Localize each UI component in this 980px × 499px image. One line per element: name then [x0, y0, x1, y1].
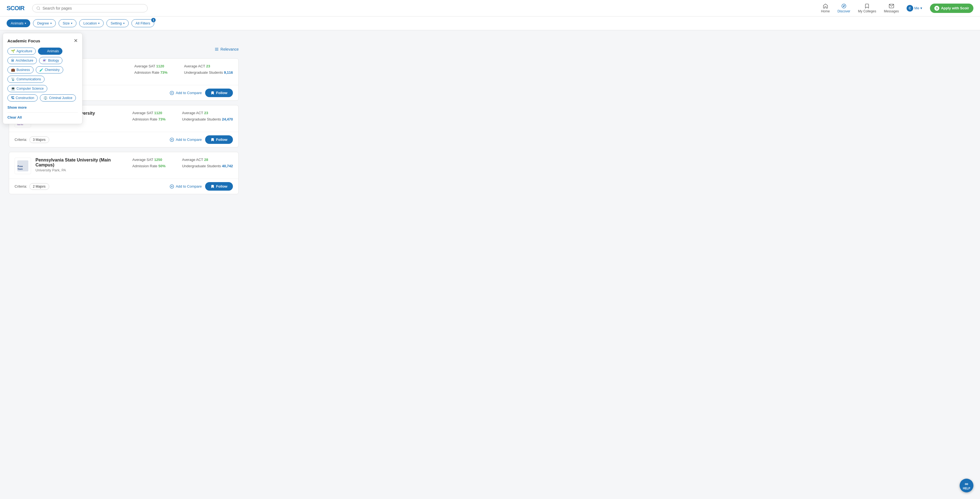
nav-messages-label: Messages [884, 10, 899, 13]
undergrad-wsu: Undergraduate Students 24,470 [182, 117, 233, 121]
tag-animals[interactable]: 🐾 Animals [38, 48, 62, 55]
biology-icon: ⚗️ [43, 59, 47, 62]
dropdown-header: Academic Focus ✕ [8, 38, 78, 44]
nav-me[interactable]: C Me ▾ [907, 5, 922, 11]
dropdown-close-button[interactable]: ✕ [74, 38, 78, 44]
follow-idaho-button[interactable]: Follow [205, 89, 233, 97]
me-avatar: C [907, 5, 913, 11]
header: SCOIR Home Discover My Colleges Messages… [0, 0, 980, 16]
tag-construction-label: Construction [16, 96, 34, 100]
all-filters-label: All Filters [135, 21, 150, 25]
nav-my-colleges[interactable]: My Colleges [858, 3, 876, 13]
business-icon: 💼 [11, 68, 15, 72]
nav-home[interactable]: Home [821, 3, 830, 13]
avg-sat-psu: Average SAT 1250 [132, 158, 165, 162]
nav-discover[interactable]: Discover [838, 3, 851, 13]
tags-grid: 🌱 Agriculture 🐾 Animals 🏛 Architecture ⚗… [8, 48, 78, 102]
svg-text:State: State [18, 167, 23, 170]
college-info-psu: Pennsylvania State University (Main Camp… [35, 158, 128, 172]
show-more-button[interactable]: Show more [8, 105, 78, 110]
criteria-section-wsu: Criteria: 3 Majors [14, 136, 49, 143]
tag-communications-label: Communications [16, 77, 41, 81]
computer-science-icon: 💻 [11, 87, 15, 91]
avg-act-psu: Average ACT 28 [182, 158, 233, 162]
stat-group-left-psu: Average SAT 1250 Admission Rate 50% [132, 158, 165, 168]
location-chevron-icon: ▾ [98, 22, 100, 25]
tag-criminal-justice[interactable]: ⚖️ Criminal Justice [40, 94, 76, 102]
follow-psu-button[interactable]: Follow [205, 182, 233, 191]
main-nav: Home Discover My Colleges Messages C Me … [821, 3, 974, 13]
apply-button[interactable]: S Apply with Scoir [930, 3, 974, 13]
add-compare-psu-label: Add to Compare [176, 184, 202, 188]
criteria-tag-wsu[interactable]: 3 Majors [29, 136, 49, 143]
all-filters-badge: 1 [151, 18, 156, 22]
apply-label: Apply with Scoir [941, 6, 969, 10]
tag-architecture[interactable]: 🏛 Architecture [8, 57, 37, 64]
location-filter-button[interactable]: Location ▾ [79, 19, 103, 27]
search-bar[interactable] [32, 4, 148, 13]
tag-computer-science[interactable]: 💻 Computer Science [8, 85, 47, 92]
card-actions-idaho: Add to Compare Follow [170, 89, 233, 97]
filter-bar: Animals ▾ Degree ▾ Size ▾ Location ▾ Set… [0, 16, 980, 30]
tag-biology[interactable]: ⚗️ Biology [39, 57, 62, 64]
tag-architecture-label: Architecture [16, 59, 33, 62]
animals-chevron-icon: ▾ [25, 22, 26, 25]
criteria-tag-psu[interactable]: 2 Majors [29, 183, 49, 190]
penn-state-logo: Penn State [14, 158, 31, 174]
card-top-psu: Penn State Pennsylvania State University… [9, 152, 239, 179]
stat-group-right-idaho: Average ACT 23 Undergraduate Students 9,… [184, 64, 233, 75]
college-stats-wsu: Average SAT 1120 Admission Rate 73% Aver… [132, 111, 233, 121]
stat-group-right-wsu: Average ACT 23 Undergraduate Students 24… [182, 111, 233, 121]
college-stats-psu: Average SAT 1250 Admission Rate 50% Aver… [132, 158, 233, 168]
animals-filter-label: Animals [11, 21, 23, 25]
college-stats-idaho: Average SAT 1120 Admission Rate 73% Aver… [134, 64, 233, 75]
tag-business-label: Business [16, 68, 30, 72]
location-filter-label: Location [83, 21, 97, 25]
relevance-sort-button[interactable]: Relevance [215, 47, 239, 51]
avg-sat-wsu: Average SAT 1120 [132, 111, 165, 115]
tag-agriculture[interactable]: 🌱 Agriculture [8, 48, 36, 55]
criteria-label-psu: Criteria: [14, 184, 27, 188]
size-filter-label: Size [63, 21, 70, 25]
nav-home-label: Home [821, 10, 830, 13]
college-location-psu: University Park, PA [35, 168, 128, 172]
all-filters-button[interactable]: All Filters 1 [131, 19, 154, 27]
tag-chemistry-label: Chemistry [45, 68, 60, 72]
add-compare-psu-button[interactable]: Add to Compare [170, 184, 202, 189]
stat-group-left-idaho: Average SAT 1120 Admission Rate 73% [134, 64, 167, 75]
size-filter-button[interactable]: Size ▾ [59, 19, 76, 27]
undergrad-idaho: Undergraduate Students 9,116 [184, 70, 233, 75]
admission-rate-idaho: Admission Rate 73% [134, 70, 167, 75]
search-input[interactable] [43, 6, 143, 10]
tag-computer-science-label: Computer Science [16, 87, 44, 91]
tag-construction[interactable]: 🏗 Construction [8, 94, 38, 102]
animals-filter-button[interactable]: Animals ▾ [6, 19, 30, 27]
svg-line-1 [39, 9, 40, 10]
add-compare-idaho-button[interactable]: Add to Compare [170, 91, 202, 95]
setting-chevron-icon: ▾ [123, 22, 124, 25]
me-label: Me [914, 6, 919, 10]
tag-chemistry[interactable]: 🧪 Chemistry [36, 66, 63, 73]
tag-biology-label: Biology [48, 59, 59, 62]
add-compare-wsu-label: Add to Compare [176, 137, 202, 142]
setting-filter-button[interactable]: Setting ▾ [107, 19, 129, 27]
card-actions-wsu: Add to Compare Follow [170, 136, 233, 144]
tag-business[interactable]: 💼 Business [8, 66, 33, 73]
size-chevron-icon: ▾ [71, 22, 72, 25]
degree-filter-label: Degree [37, 21, 49, 25]
svg-text:Penn: Penn [18, 165, 23, 167]
search-icon [36, 6, 40, 10]
follow-wsu-button[interactable]: Follow [205, 136, 233, 144]
relevance-label: Relevance [221, 47, 239, 51]
add-compare-wsu-button[interactable]: Add to Compare [170, 137, 202, 142]
clear-all-button[interactable]: Clear All [8, 112, 78, 120]
degree-chevron-icon: ▾ [50, 22, 52, 25]
nav-messages[interactable]: Messages [884, 3, 899, 13]
svg-text:State Univ: State Univ [17, 124, 23, 126]
construction-icon: 🏗 [11, 96, 14, 100]
chemistry-icon: 🧪 [39, 68, 43, 72]
tag-communications[interactable]: 📡 Communications [8, 76, 45, 83]
degree-filter-button[interactable]: Degree ▾ [33, 19, 56, 27]
criteria-section-psu: Criteria: 2 Majors [14, 183, 49, 190]
svg-point-0 [37, 6, 40, 10]
